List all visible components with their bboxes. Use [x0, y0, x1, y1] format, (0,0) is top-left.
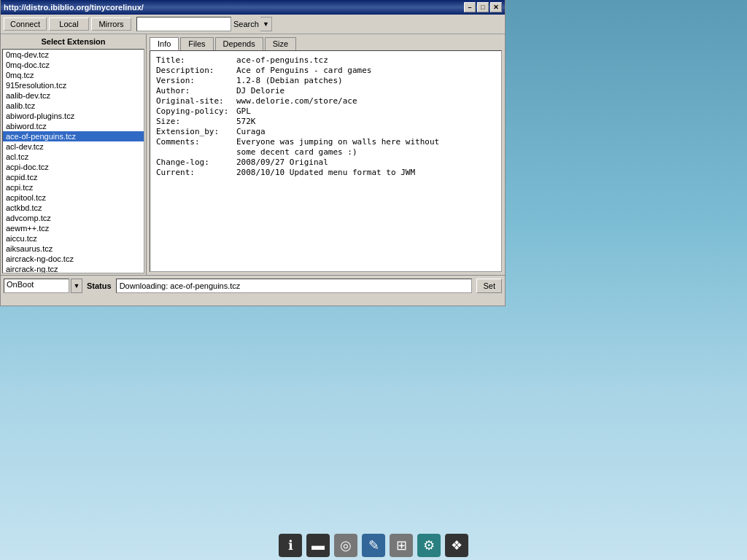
tabs-row: InfoFilesDependsSize	[147, 34, 505, 50]
list-item[interactable]: 0mq-doc.tcz	[3, 60, 144, 70]
list-container: 0mq-dev.tcz0mq-doc.tcz0mq.tcz915resoluti…	[1, 49, 146, 275]
onboot-select[interactable]: OnBoot	[4, 279, 69, 293]
taskbar: ℹ▬◎✎⊞⚙❖	[0, 531, 747, 560]
description-value: Ace of Penguins - card games	[236, 66, 371, 75]
tab-size[interactable]: Size	[265, 37, 296, 50]
list-item[interactable]: acpi-doc.tcz	[3, 162, 144, 172]
window-title: http://distro.ibiblio.org/tinycorelinux/	[4, 3, 144, 12]
search-label: Search	[233, 20, 259, 28]
app-window: http://distro.ibiblio.org/tinycorelinux/…	[0, 0, 506, 306]
list-item[interactable]: acpitool.tcz	[3, 192, 144, 203]
mirrors-button[interactable]: Mirrors	[91, 18, 131, 31]
list-item[interactable]: acl.tcz	[3, 152, 144, 162]
title-label: Title:	[156, 55, 236, 65]
globe-icon[interactable]: ◎	[334, 534, 357, 557]
info-current-row: Current: 2008/10/10 Updated menu format …	[156, 168, 495, 177]
info-size-row: Size: 572K	[156, 117, 495, 126]
info-description-row: Description: Ace of Penguins - card game…	[156, 66, 495, 75]
extension-by-label: Extension_by:	[156, 127, 236, 136]
list-item[interactable]: aiksaurus.tcz	[3, 244, 144, 254]
original-site-label: Original-site:	[156, 96, 236, 106]
change-log-value: 2008/09/27 Original	[236, 158, 328, 167]
info-content: Title: ace-of-penguins.tcz Description: …	[150, 50, 502, 272]
list-item[interactable]: 0mq.tcz	[3, 70, 144, 80]
main-content: Select Extension 0mq-dev.tcz0mq-doc.tcz0…	[1, 34, 505, 275]
info-copying-policy-row: Copying-policy: GPL	[156, 106, 495, 116]
comments-value2: some decent card games :)	[236, 147, 357, 157]
status-label: Status	[87, 281, 112, 290]
size-label: Size:	[156, 117, 236, 126]
search-container: Search ▼	[136, 17, 272, 31]
search-dropdown-button[interactable]: ▼	[260, 17, 272, 31]
size-value: 572K	[236, 117, 256, 126]
title-bar: http://distro.ibiblio.org/tinycorelinux/…	[1, 0, 505, 15]
list-item[interactable]: aiccu.tcz	[3, 233, 144, 244]
tab-depends[interactable]: Depends	[215, 37, 263, 50]
copying-policy-value: GPL	[236, 106, 251, 116]
info-version-row: Version: 1.2-8 (Debian patches)	[156, 76, 495, 85]
list-item[interactable]: aircrack-ng-doc.tcz	[3, 254, 144, 264]
local-button[interactable]: Local	[49, 18, 89, 31]
tab-info[interactable]: Info	[150, 37, 179, 50]
comments-value1: Everyone was jumping on walls here witho…	[236, 137, 439, 147]
apps-icon[interactable]: ❖	[445, 534, 468, 557]
version-value: 1.2-8 (Debian patches)	[236, 76, 343, 85]
left-panel: Select Extension 0mq-dev.tcz0mq-doc.tcz0…	[1, 34, 147, 275]
maximize-button[interactable]: □	[477, 2, 489, 12]
info-comments-row2: some decent card games :)	[156, 147, 495, 157]
info-icon[interactable]: ℹ	[279, 534, 302, 557]
info-comments-row: Comments: Everyone was jumping on walls …	[156, 137, 495, 147]
connect-button[interactable]: Connect	[4, 18, 47, 31]
current-value: 2008/10/10 Updated menu format to JWM	[236, 168, 415, 177]
list-item[interactable]: aewm++.tcz	[3, 223, 144, 233]
bottom-bar: OnBoot ▼ Status Downloading: ace-of-peng…	[1, 275, 505, 295]
original-site-value: www.delorie.com/store/ace	[236, 96, 357, 106]
list-item[interactable]: aalib.tcz	[3, 101, 144, 111]
search-input[interactable]	[136, 17, 231, 31]
pen-icon[interactable]: ✎	[362, 534, 385, 557]
list-item[interactable]: acl-dev.tcz	[3, 141, 144, 152]
right-panel: InfoFilesDependsSize Title: ace-of-pengu…	[147, 34, 505, 275]
list-item[interactable]: acpi.tcz	[3, 182, 144, 192]
files-icon[interactable]: ⊞	[390, 534, 413, 557]
list-item[interactable]: acpid.tcz	[3, 172, 144, 182]
info-title-row: Title: ace-of-penguins.tcz	[156, 55, 495, 65]
tab-files[interactable]: Files	[180, 37, 213, 50]
extension-by-value: Curaga	[236, 127, 266, 136]
settings-icon[interactable]: ⚙	[417, 534, 441, 557]
toolbar: Connect Local Mirrors Search ▼	[1, 15, 505, 34]
change-log-label: Change-log:	[156, 158, 236, 167]
list-item[interactable]: abiword-plugins.tcz	[3, 111, 144, 121]
author-label: Author:	[156, 86, 236, 96]
version-label: Version:	[156, 76, 236, 85]
minimize-button[interactable]: –	[464, 2, 476, 12]
list-item[interactable]: advcomp.tcz	[3, 213, 144, 223]
info-change-log-row: Change-log: 2008/09/27 Original	[156, 158, 495, 167]
status-value: Downloading: ace-of-penguins.tcz	[116, 279, 473, 293]
list-item[interactable]: 0mq-dev.tcz	[3, 50, 144, 60]
onboot-dropdown-arrow[interactable]: ▼	[71, 279, 82, 293]
title-value: ace-of-penguins.tcz	[236, 55, 328, 65]
copying-policy-label: Copying-policy:	[156, 106, 236, 116]
extensions-list[interactable]: 0mq-dev.tcz0mq-doc.tcz0mq.tcz915resoluti…	[2, 49, 144, 273]
list-item[interactable]: aircrack-ng.tcz	[3, 264, 144, 273]
panel-title: Select Extension	[1, 34, 146, 49]
author-value: DJ Delorie	[236, 86, 285, 96]
title-bar-buttons: – □ ✕	[464, 2, 502, 12]
info-extension-by-row: Extension_by: Curaga	[156, 127, 495, 136]
screen-icon[interactable]: ▬	[306, 534, 330, 557]
description-label: Description:	[156, 66, 236, 75]
list-item[interactable]: 915resolution.tcz	[3, 80, 144, 90]
onboot-select-container: OnBoot ▼	[4, 279, 82, 293]
list-item[interactable]: abiword.tcz	[3, 121, 144, 131]
list-item[interactable]: aalib-dev.tcz	[3, 90, 144, 101]
info-original-site-row: Original-site: www.delorie.com/store/ace	[156, 96, 495, 106]
current-label: Current:	[156, 168, 236, 177]
close-button[interactable]: ✕	[490, 2, 502, 12]
comments-label2	[156, 147, 236, 157]
list-item[interactable]: ace-of-penguins.tcz	[3, 131, 144, 141]
info-author-row: Author: DJ Delorie	[156, 86, 495, 96]
list-item[interactable]: actkbd.tcz	[3, 203, 144, 213]
comments-label: Comments:	[156, 137, 236, 147]
set-button[interactable]: Set	[476, 279, 502, 293]
